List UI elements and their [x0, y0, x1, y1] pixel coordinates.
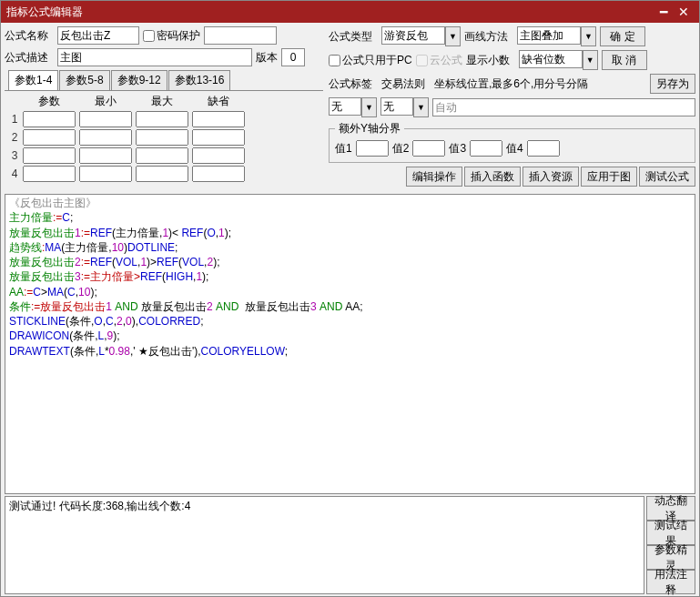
- y2-input[interactable]: [412, 140, 445, 157]
- traderule-select[interactable]: [380, 97, 413, 116]
- ok-button[interactable]: 确 定: [600, 26, 645, 46]
- param-3-name[interactable]: [23, 147, 76, 164]
- param-tabs: 参数1-4 参数5-8 参数9-12 参数13-16: [5, 70, 323, 91]
- param-2-max[interactable]: [136, 129, 188, 146]
- cancel-button[interactable]: 取 消: [602, 50, 647, 70]
- extra-y-fieldset: 额外Y轴分界 值1 值2 值3 值4: [329, 121, 695, 163]
- saveas-button[interactable]: 另存为: [650, 74, 695, 94]
- tab-params-1-4[interactable]: 参数1-4: [8, 70, 58, 90]
- editop-button[interactable]: 编辑操作: [406, 167, 462, 187]
- param-1-max[interactable]: [136, 111, 188, 127]
- chevron-down-icon[interactable]: ▼: [581, 26, 596, 46]
- desc-label: 公式描述: [5, 50, 54, 66]
- param-1-min[interactable]: [79, 111, 132, 127]
- param-3-max[interactable]: [136, 147, 188, 164]
- y1-input[interactable]: [356, 140, 389, 157]
- type-label: 公式类型: [329, 29, 378, 45]
- traderule-label: 交易法则: [381, 76, 431, 92]
- param-3-default[interactable]: [192, 147, 245, 164]
- close-icon[interactable]: ✕: [674, 5, 694, 19]
- tag-select[interactable]: [329, 97, 361, 116]
- code-editor[interactable]: 《反包出击主图》 主力倍量:=C; 放量反包出击1:=REF(主力倍量,1)< …: [5, 194, 695, 494]
- param-header-name: 参数: [21, 93, 77, 110]
- type-select[interactable]: [381, 26, 445, 45]
- tab-params-13-16[interactable]: 参数13-16: [168, 70, 231, 90]
- password-checkbox[interactable]: 密码保护: [143, 28, 200, 44]
- crosshair-input[interactable]: [432, 98, 695, 116]
- y3-input[interactable]: [470, 140, 502, 157]
- name-label: 公式名称: [5, 28, 54, 44]
- param-1-name[interactable]: [23, 111, 76, 127]
- chevron-down-icon[interactable]: ▼: [361, 97, 377, 117]
- param-4-name[interactable]: [23, 166, 76, 182]
- param-header-default: 缺省: [190, 93, 247, 110]
- extra-y-legend: 额外Y轴分界: [335, 121, 404, 137]
- tab-params-9-12[interactable]: 参数9-12: [111, 70, 167, 90]
- cloud-checkbox: 云公式: [416, 53, 462, 68]
- param-4-default[interactable]: [192, 166, 245, 182]
- chevron-down-icon[interactable]: ▼: [413, 97, 429, 117]
- version-input[interactable]: [281, 48, 305, 66]
- draw-select[interactable]: [517, 26, 581, 45]
- usage-button[interactable]: 用法注释: [646, 570, 695, 594]
- chevron-down-icon[interactable]: ▼: [445, 26, 461, 46]
- decimals-select[interactable]: [519, 50, 583, 68]
- param-3-min[interactable]: [79, 147, 132, 164]
- decimals-label: 显示小数: [466, 53, 515, 68]
- status-text: 测试通过! 代码长度:368,输出线个数:4: [5, 496, 644, 594]
- version-label: 版本: [256, 50, 278, 66]
- desc-input[interactable]: [57, 48, 252, 66]
- password-input[interactable]: [204, 26, 277, 45]
- y4-input[interactable]: [527, 140, 560, 157]
- crosshair-label: 坐标线位置,最多6个,用分号分隔: [434, 76, 588, 92]
- chevron-down-icon[interactable]: ▼: [583, 50, 598, 70]
- pc-only-checkbox[interactable]: 公式只用于PC: [329, 53, 412, 68]
- tab-params-5-8[interactable]: 参数5-8: [59, 70, 109, 90]
- param-1-default[interactable]: [192, 111, 245, 127]
- insfunc-button[interactable]: 插入函数: [464, 167, 521, 187]
- draw-label: 画线方法: [464, 29, 513, 45]
- insres-button[interactable]: 插入资源: [522, 167, 579, 187]
- param-4-min[interactable]: [79, 166, 132, 182]
- param-2-default[interactable]: [192, 129, 245, 146]
- param-2-min[interactable]: [79, 129, 132, 146]
- param-2-name[interactable]: [23, 129, 76, 146]
- name-input[interactable]: [57, 26, 139, 45]
- param-header-min: 最小: [77, 93, 134, 110]
- param-header-max: 最大: [134, 93, 190, 110]
- tag-label: 公式标签: [329, 76, 378, 92]
- param-4-max[interactable]: [136, 166, 188, 182]
- window-title: 指标公式编辑器: [6, 5, 654, 20]
- applyto-button[interactable]: 应用于图: [581, 167, 637, 187]
- minimize-icon[interactable]: ━: [654, 5, 674, 19]
- test-button[interactable]: 测试公式: [639, 167, 695, 187]
